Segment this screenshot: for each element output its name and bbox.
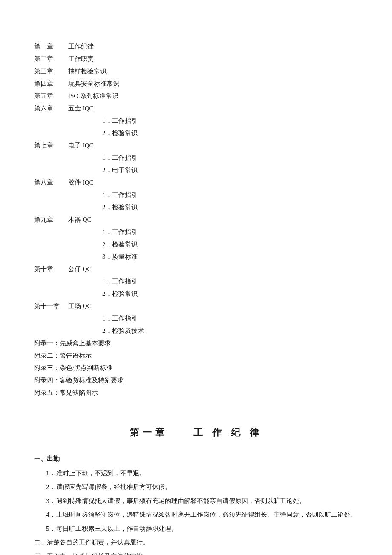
toc-appendix: 附录五：常见缺陷图示 — [34, 387, 358, 399]
toc-chapter-title: ISO 系列标准常识 — [68, 90, 118, 102]
list-item: 4．上班时间必须坚守岗位，遇特殊情况须暂时离开工作岗位，必须先征得组长、主管同意… — [34, 509, 358, 521]
toc-sub-row: 2．电子常识 — [34, 165, 358, 176]
section-attendance-title: 一、出勤 — [34, 453, 358, 465]
list-num: 2． — [34, 481, 56, 493]
toc-sub-title: 2．电子常识 — [102, 165, 138, 176]
toc-sub-indent — [34, 189, 102, 201]
toc-sub-indent — [34, 251, 102, 263]
chapter1-content: 一、出勤 1．准时上下班，不迟到，不早退。2．请假应先写请假条，经批准后方可休假… — [34, 453, 358, 555]
toc-chapter-title: 工作职责 — [68, 53, 94, 65]
toc-sub-indent — [34, 313, 102, 324]
toc-chapter-row: 第一章工作纪律 — [34, 41, 358, 52]
toc-sub-title: 1．工作指引 — [102, 226, 138, 238]
toc-sub-indent — [34, 325, 102, 337]
toc-chapter-num: 第十一章 — [34, 301, 68, 312]
toc-chapter-num: 第八章 — [34, 177, 68, 188]
toc-chapter-num: 第四章 — [34, 78, 68, 90]
toc-sub-row: 1．工作指引 — [34, 226, 358, 238]
toc-sub-row: 1．工作指引 — [34, 152, 358, 164]
toc-chapter-row: 第五章ISO 系列标准常识 — [34, 90, 358, 102]
list-num: 5． — [34, 523, 56, 535]
chapter1-title: 第一章 工 作 纪 律 — [34, 424, 358, 441]
toc-chapter-num: 第十章 — [34, 263, 68, 275]
toc-chapter-title: 抽样检验常识 — [68, 66, 107, 77]
toc-chapter-num: 第三章 — [34, 66, 68, 77]
toc-appendix: 附录四：客验货标准及特别要求 — [34, 375, 358, 386]
toc-chapter-title: 公仔 QC — [68, 263, 92, 275]
toc-sub-row: 2．检验常识 — [34, 127, 358, 139]
toc-sub-indent — [34, 165, 102, 176]
toc-sub-indent — [34, 276, 102, 287]
toc-chapter-title: 胶件 IQC — [68, 177, 94, 188]
toc-chapter-row: 第三章抽样检验常识 — [34, 66, 358, 77]
toc-sub-row: 1．工作指引 — [34, 189, 358, 201]
toc-sub-title: 1．工作指引 — [102, 189, 138, 201]
toc-sub-row: 2．检验及技术 — [34, 325, 358, 337]
toc-sub-row: 1．工作指引 — [34, 115, 358, 127]
toc-chapter-num: 第六章 — [34, 103, 68, 114]
toc-chapter-row: 第八章胶件 IQC — [34, 177, 358, 188]
toc-sub-row: 2．检验常识 — [34, 239, 358, 250]
toc-chapter-num: 第二章 — [34, 53, 68, 65]
list-num: 4． — [34, 509, 56, 521]
toc-section: 第一章工作纪律第二章工作职责第三章抽样检验常识第四章玩具安全标准常识第五章ISO… — [34, 41, 358, 399]
list-content: 上班时间必须坚守岗位，遇特殊情况须暂时离开工作岗位，必须先征得组长、主管同意，否… — [56, 509, 358, 521]
toc-sub-indent — [34, 288, 102, 300]
toc-sub-title: 2．检验常识 — [102, 202, 138, 213]
list-content: 每日旷工积累三天以上，作自动辞职处理。 — [56, 523, 358, 535]
toc-chapter-title: 工作纪律 — [68, 41, 94, 52]
toc-sub-indent — [34, 226, 102, 238]
toc-sub-title: 2．检验常识 — [102, 127, 138, 139]
toc-sub-indent — [34, 127, 102, 139]
list-content: 准时上下班，不迟到，不早退。 — [56, 467, 358, 480]
toc-appendix: 附录一：先威盒上基本要求 — [34, 338, 358, 349]
toc-sub-title: 2．检验及技术 — [102, 325, 144, 337]
toc-chapter-title: 玩具安全标准常识 — [68, 78, 119, 90]
list-item: 5．每日旷工积累三天以上，作自动辞职处理。 — [34, 523, 358, 535]
toc-chapters: 第一章工作纪律第二章工作职责第三章抽样检验常识第四章玩具安全标准常识第五章ISO… — [34, 41, 358, 337]
extra-line: 二、清楚各自的工作职责，并认真履行。 — [34, 536, 358, 549]
toc-sub-title: 1．工作指引 — [102, 313, 138, 324]
toc-chapter-row: 第七章电子 IQC — [34, 140, 358, 151]
toc-sub-row: 3．质量标准 — [34, 251, 358, 263]
list-content: 请假应先写请假条，经批准后方可休假。 — [56, 481, 358, 493]
list-content: 遇到特殊情况托人请假，事后须有充足的理由解释不能亲自请假原因，否则以旷工论处。 — [56, 495, 358, 507]
list-num: 3． — [34, 495, 56, 507]
toc-chapter-row: 第六章五金 IQC — [34, 103, 358, 114]
chapter1-extra: 二、清楚各自的工作职责，并认真履行。三、工作中一切服从组长及主管的安排。 — [34, 536, 358, 555]
toc-chapter-title: 工场 QC — [68, 301, 92, 312]
list-item: 3．遇到特殊情况托人请假，事后须有充足的理由解释不能亲自请假原因，否则以旷工论处… — [34, 495, 358, 507]
toc-chapter-num: 第五章 — [34, 90, 68, 102]
toc-chapter-num: 第七章 — [34, 140, 68, 151]
toc-chapter-row: 第十章公仔 QC — [34, 263, 358, 275]
toc-sub-title: 1．工作指引 — [102, 152, 138, 164]
toc-chapter-title: 电子 IQC — [68, 140, 94, 151]
toc-sub-title: 1．工作指引 — [102, 115, 138, 127]
list-num: 1． — [34, 467, 56, 480]
toc-sub-row: 2．检验常识 — [34, 288, 358, 300]
toc-sub-title: 3．质量标准 — [102, 251, 138, 263]
toc-chapter-row: 第二章工作职责 — [34, 53, 358, 65]
toc-chapter-num: 第九章 — [34, 214, 68, 225]
toc-sub-indent — [34, 115, 102, 127]
toc-sub-indent — [34, 152, 102, 164]
toc-sub-title: 1．工作指引 — [102, 276, 138, 287]
toc-chapter-row: 第四章玩具安全标准常识 — [34, 78, 358, 90]
toc-sub-title: 2．检验常识 — [102, 288, 138, 300]
toc-chapter-row: 第十一章工场 QC — [34, 301, 358, 312]
document-page: 第一章工作纪律第二章工作职责第三章抽样检验常识第四章玩具安全标准常识第五章ISO… — [0, 0, 392, 555]
toc-chapter-title: 五金 IQC — [68, 103, 94, 114]
toc-chapter-title: 木器 QC — [68, 214, 92, 225]
toc-appendices: 附录一：先威盒上基本要求附录二：警告语标示附录三：杂色/黑点判断标准附录四：客验… — [34, 338, 358, 399]
toc-sub-indent — [34, 239, 102, 250]
toc-appendix: 附录三：杂色/黑点判断标准 — [34, 362, 358, 374]
chapter1-items: 1．准时上下班，不迟到，不早退。2．请假应先写请假条，经批准后方可休假。3．遇到… — [34, 467, 358, 535]
toc-chapter-row: 第九章木器 QC — [34, 214, 358, 225]
toc-appendix: 附录二：警告语标示 — [34, 350, 358, 361]
list-item: 1．准时上下班，不迟到，不早退。 — [34, 467, 358, 480]
toc-chapter-num: 第一章 — [34, 41, 68, 52]
extra-line: 三、工作中一切服从组长及主管的安排。 — [34, 550, 358, 555]
toc-sub-title: 2．检验常识 — [102, 239, 138, 250]
toc-sub-indent — [34, 202, 102, 213]
toc-sub-row: 1．工作指引 — [34, 313, 358, 324]
